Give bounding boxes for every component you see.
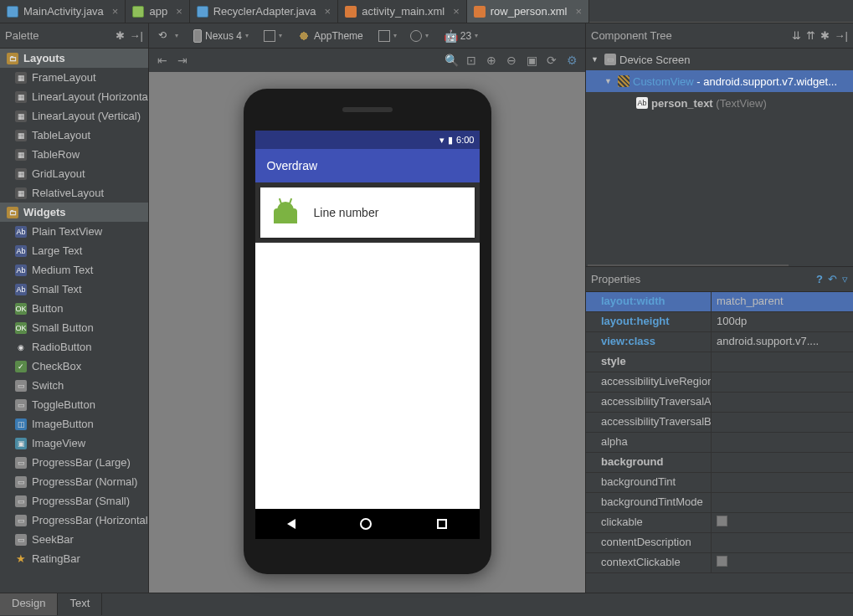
expand-icon[interactable]: ▼	[604, 77, 614, 85]
property-row[interactable]: layout:widthmatch_parent	[586, 292, 853, 312]
zoom-fit-icon[interactable]: 🔍	[444, 54, 458, 67]
expand-icon[interactable]: ⇤	[156, 54, 169, 67]
palette-item[interactable]: ▭SeekBar	[0, 530, 148, 549]
collapse-all-icon[interactable]: ⇈	[806, 29, 815, 42]
properties-table[interactable]: layout:widthmatch_parentlayout:height100…	[586, 292, 853, 593]
palette-item[interactable]: AbSmall Text	[0, 280, 148, 299]
palette-item[interactable]: ▦LinearLayout (Vertical)	[0, 106, 148, 126]
checkbox[interactable]	[717, 556, 727, 567]
property-value[interactable]: match_parent	[712, 292, 853, 311]
palette-item[interactable]: AbPlain TextView	[0, 222, 148, 241]
palette-item[interactable]: AbMedium Text	[0, 260, 148, 280]
design-tab[interactable]: Design	[0, 593, 58, 615]
close-icon[interactable]: ×	[176, 5, 182, 18]
preview-card[interactable]: Line number	[260, 187, 475, 238]
tree-row-person-text[interactable]: Ab person_text (TextView)	[586, 92, 853, 114]
property-row[interactable]: clickable	[586, 513, 853, 533]
palette-item[interactable]: OKButton	[0, 299, 148, 318]
refresh-icon[interactable]: ⟳	[545, 54, 558, 67]
palette-item[interactable]: AbLarge Text	[0, 241, 148, 260]
zoom-actual-icon[interactable]: ⊡	[465, 54, 478, 67]
palette-item[interactable]: ▭ProgressBar (Small)	[0, 491, 148, 511]
gear-icon[interactable]: ✱	[116, 29, 125, 42]
api-selector[interactable]: 🤖23▾	[438, 27, 484, 45]
property-row[interactable]: accessibilityLiveRegion	[586, 372, 853, 393]
tree-row-device-screen[interactable]: ▼ ▭ Device Screen	[586, 49, 853, 70]
property-value[interactable]	[712, 413, 853, 432]
locale-button[interactable]: ▾	[406, 27, 433, 45]
palette-item[interactable]: ▦TableRow	[0, 145, 148, 164]
refresh-button[interactable]: ⟲▾	[154, 27, 182, 45]
property-row[interactable]: alpha	[586, 433, 853, 453]
palette-item[interactable]: ▦LinearLayout (Horizontal)	[0, 87, 148, 106]
property-row[interactable]: backgroundTintMode	[586, 493, 853, 513]
orientation-button[interactable]: ▾	[259, 27, 286, 45]
property-value[interactable]	[712, 533, 853, 552]
property-value[interactable]	[712, 433, 853, 452]
checkbox[interactable]	[717, 516, 727, 526]
property-row[interactable]: contextClickable	[586, 553, 853, 573]
palette-list[interactable]: 🗀Layouts▦FrameLayout▦LinearLayout (Horiz…	[0, 49, 148, 593]
palette-item[interactable]: ▦RelativeLayout	[0, 183, 148, 203]
tree-row-customview[interactable]: ▼ CustomView - android.support.v7.widget…	[586, 70, 853, 92]
palette-item[interactable]: ✓CheckBox	[0, 357, 148, 376]
expand-icon[interactable]: ▼	[591, 55, 601, 64]
palette-group[interactable]: 🗀Widgets	[0, 203, 148, 222]
palette-item[interactable]: ▭ProgressBar (Normal)	[0, 472, 148, 491]
palette-item[interactable]: ▭ToggleButton	[0, 395, 148, 414]
palette-item[interactable]: OKSmall Button	[0, 318, 148, 337]
property-value[interactable]	[712, 473, 853, 492]
property-row[interactable]: accessibilityTraversalAfter	[586, 393, 853, 413]
property-value[interactable]: 100dp	[712, 312, 853, 331]
config-button[interactable]: ▾	[374, 27, 401, 45]
screenshot-icon[interactable]: ▣	[525, 54, 538, 67]
tab-row-person-xml[interactable]: row_person.xml ×	[467, 0, 589, 23]
close-icon[interactable]: ×	[112, 5, 119, 18]
gear-icon[interactable]: ⚙	[565, 54, 578, 67]
property-row[interactable]: backgroundTint	[586, 473, 853, 493]
gear-icon[interactable]: ✱	[820, 29, 830, 42]
design-canvas[interactable]: ▾ ▮ 6:00 Overdraw Line number	[149, 72, 585, 593]
palette-item[interactable]: ▦TableLayout	[0, 126, 148, 145]
zoom-out-icon[interactable]: ⊖	[505, 54, 518, 67]
palette-item[interactable]: ▦FrameLayout	[0, 68, 148, 87]
property-row[interactable]: contentDescription	[586, 533, 853, 553]
close-icon[interactable]: ×	[325, 5, 331, 18]
zoom-in-icon[interactable]: ⊕	[485, 54, 498, 67]
property-value[interactable]	[712, 553, 853, 572]
palette-item[interactable]: ▣ImageView	[0, 434, 148, 453]
palette-item[interactable]: ▦GridLayout	[0, 164, 148, 183]
tab-recycler-adapter[interactable]: RecyclerAdapter.java ×	[190, 0, 338, 23]
property-row[interactable]: accessibilityTraversalBefore	[586, 413, 853, 433]
property-row[interactable]: view:classandroid.support.v7....	[586, 332, 853, 352]
tab-main-activity[interactable]: MainActivity.java ×	[0, 0, 126, 23]
property-value[interactable]	[712, 393, 853, 412]
hide-icon[interactable]: →|	[835, 29, 848, 42]
property-value[interactable]	[712, 493, 853, 512]
palette-item[interactable]: ▭ProgressBar (Horizontal)	[0, 511, 148, 530]
device-selector[interactable]: Nexus 4▾	[188, 27, 254, 45]
property-value[interactable]	[712, 352, 853, 372]
expand-all-icon[interactable]: ⇊	[792, 29, 801, 42]
property-row[interactable]: layout:height100dp	[586, 312, 853, 332]
collapse-icon[interactable]: ⇥	[176, 54, 189, 67]
property-value[interactable]	[712, 453, 853, 472]
property-value[interactable]	[712, 372, 853, 392]
property-value[interactable]: android.support.v7....	[712, 332, 853, 352]
palette-group[interactable]: 🗀Layouts	[0, 49, 148, 68]
tab-app[interactable]: app ×	[126, 0, 189, 23]
property-row[interactable]: background	[586, 453, 853, 473]
filter-icon[interactable]: ▿	[842, 273, 848, 285]
text-tab[interactable]: Text	[58, 593, 102, 615]
property-value[interactable]	[712, 513, 853, 532]
tab-activity-main-xml[interactable]: activity_main.xml ×	[338, 0, 467, 23]
palette-item[interactable]: ★RatingBar	[0, 549, 148, 568]
undo-icon[interactable]: ↶	[828, 273, 837, 285]
property-row[interactable]: style	[586, 352, 853, 372]
theme-selector[interactable]: AppTheme	[291, 27, 369, 45]
palette-item[interactable]: ▭Switch	[0, 376, 148, 395]
close-icon[interactable]: ×	[576, 5, 583, 18]
palette-item[interactable]: ◫ImageButton	[0, 414, 148, 434]
palette-item[interactable]: ◉RadioButton	[0, 337, 148, 357]
close-icon[interactable]: ×	[453, 5, 460, 18]
